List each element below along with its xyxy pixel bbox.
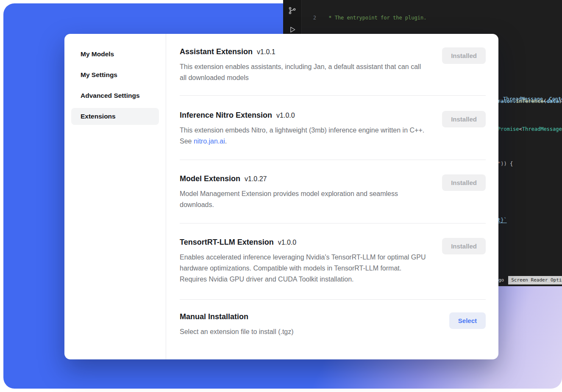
code-token: ThreadMessage — [522, 126, 562, 132]
extension-title: TensortRT-LLM Extension v1.0.0 — [180, 238, 428, 247]
extension-name: Assistant Extension — [180, 47, 253, 56]
installed-button[interactable]: Installed — [442, 111, 486, 127]
extension-name: Manual Installation — [180, 312, 248, 321]
extension-info: Manual Installation Select an extension … — [180, 312, 294, 337]
sidebar-item-my-settings[interactable]: My Settings — [71, 66, 159, 83]
extension-title: Model Extension v1.0.27 — [180, 174, 428, 183]
extension-row-model: Model Extension v1.0.27 Model Management… — [180, 160, 486, 224]
manual-installation-row: Manual Installation Select an extension … — [180, 300, 486, 346]
source-control-icon[interactable] — [288, 6, 297, 17]
code-token: inference — [516, 98, 543, 104]
editor-status-bar: go Screen Reader Optimized — [498, 276, 562, 284]
code-fragment: ")) { — [498, 160, 513, 167]
code-text: * The entrypoint for the plugin. — [316, 14, 426, 21]
sidebar-item-my-models[interactable]: My Models — [71, 46, 159, 63]
extension-version: v1.0.0 — [276, 112, 295, 119]
extension-name: TensortRT-LLM Extension — [180, 238, 274, 247]
sidebar-item-extensions[interactable]: Extensions — [71, 108, 159, 125]
extension-info: Inference Nitro Extension v1.0.0 This ex… — [180, 111, 428, 147]
code-token: )) { — [501, 161, 513, 167]
select-file-button[interactable]: Select — [449, 312, 486, 329]
extension-description: This extension embeds Nitro, a lightweig… — [180, 125, 428, 147]
code-token: t}` — [498, 217, 507, 223]
code-token: rator. — [498, 98, 516, 104]
extension-description: Enables accelerated inference leveraging… — [180, 252, 428, 285]
code-token: )); — [559, 98, 562, 104]
extension-description: Select an extension file to install (.tg… — [180, 326, 294, 337]
code-token: Promise — [498, 126, 519, 132]
code-line: 2 * The entrypoint for the plugin. — [302, 14, 562, 21]
line-number: 2 — [302, 14, 316, 21]
extensions-list: Assistant Extension v1.0.1 This extensio… — [166, 34, 498, 359]
extension-version: v1.0.1 — [257, 48, 275, 56]
extension-info: Model Extension v1.0.27 Model Management… — [180, 174, 428, 210]
code-fragment: t}` — [498, 217, 507, 224]
nitro-jan-ai-link[interactable]: nitro.jan.ai — [194, 138, 225, 145]
extension-row-tensorrt-llm: TensortRT-LLM Extension v1.0.0 Enables a… — [180, 224, 486, 300]
settings-modal: My Models My Settings Advanced Settings … — [64, 34, 498, 359]
extension-title: Assistant Extension v1.0.1 — [180, 47, 428, 56]
extension-info: TensortRT-LLM Extension v1.0.0 Enables a… — [180, 238, 428, 285]
installed-button[interactable]: Installed — [442, 238, 486, 254]
status-text: go — [498, 277, 504, 284]
installed-button[interactable]: Installed — [442, 174, 486, 191]
code-token: data — [547, 98, 559, 104]
extension-version: v1.0.0 — [278, 239, 297, 246]
installed-button[interactable]: Installed — [442, 47, 486, 64]
code-token: < — [519, 126, 522, 132]
code-fragment: Promise<ThreadMessage> — [498, 126, 562, 133]
extension-row-assistant: Assistant Extension v1.0.1 This extensio… — [180, 34, 486, 96]
settings-sidebar: My Models My Settings Advanced Settings … — [64, 34, 166, 359]
extension-description: This extension enables assistants, inclu… — [180, 61, 428, 83]
code-token: ( — [543, 98, 546, 104]
description-text: . — [225, 138, 227, 145]
extension-title: Inference Nitro Extension v1.0.0 — [180, 111, 428, 120]
extension-title: Manual Installation — [180, 312, 294, 321]
extension-name: Inference Nitro Extension — [180, 111, 272, 120]
sidebar-item-advanced-settings[interactable]: Advanced Settings — [71, 87, 159, 104]
code-fragment: rator.inference(data)); — [498, 98, 562, 105]
extension-name: Model Extension — [180, 174, 240, 183]
extension-description: Model Management Extension provides mode… — [180, 188, 428, 210]
screen: 2 * The entrypoint for the plugin. 3 */ … — [0, 0, 562, 392]
extension-row-inference-nitro: Inference Nitro Extension v1.0.0 This ex… — [180, 96, 486, 160]
screen-reader-chip[interactable]: Screen Reader Optimized — [508, 276, 562, 284]
extension-info: Assistant Extension v1.0.1 This extensio… — [180, 47, 428, 83]
extension-version: v1.0.27 — [245, 175, 267, 183]
